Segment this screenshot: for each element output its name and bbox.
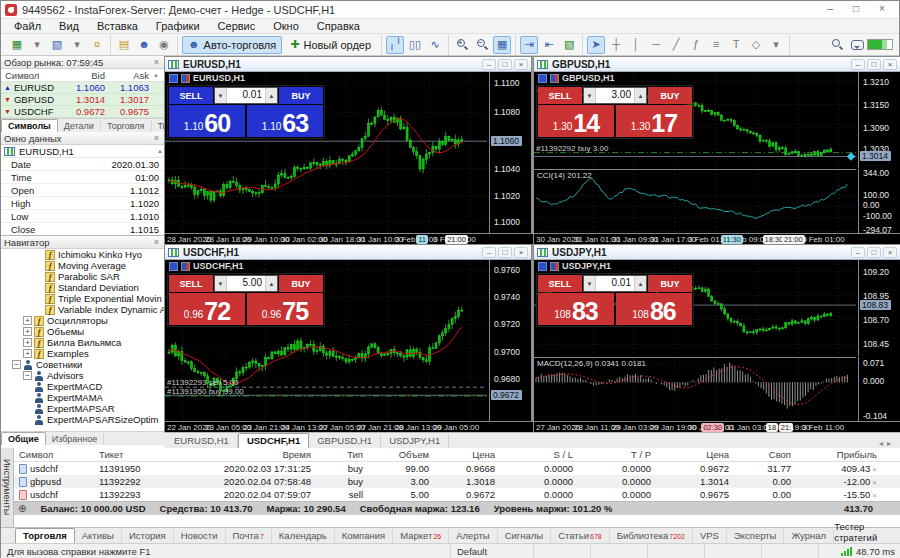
volume-decrease-button[interactable]: ▼ bbox=[215, 88, 227, 103]
sell-price[interactable]: 1.3014 bbox=[538, 105, 614, 137]
tree-item[interactable]: +Объемы bbox=[1, 326, 164, 337]
terminal-tab-календарь[interactable]: Календарь bbox=[272, 529, 335, 543]
menu-item-файл[interactable]: Файл bbox=[5, 19, 50, 34]
maximize-button[interactable]: □ bbox=[867, 59, 881, 70]
tab-Общие[interactable]: Общие bbox=[1, 432, 46, 445]
buy-price[interactable]: 10886 bbox=[616, 293, 692, 325]
cursor-icon[interactable]: ➤ bbox=[587, 36, 605, 54]
close-button[interactable]: × bbox=[869, 2, 895, 17]
sell-button[interactable]: SELL bbox=[538, 87, 582, 104]
trendline-icon[interactable]: ╱ bbox=[667, 36, 685, 54]
column-bid[interactable]: Bid bbox=[65, 70, 109, 81]
text-icon[interactable]: T bbox=[727, 36, 745, 54]
terminal-tab-компания[interactable]: Компания bbox=[335, 529, 393, 543]
tree-item[interactable]: Standard Deviation bbox=[1, 282, 164, 293]
tree-item[interactable]: ExpertMAMA bbox=[1, 392, 164, 403]
column-8[interactable]: Цена bbox=[656, 449, 734, 460]
minimize-button[interactable]: – bbox=[851, 247, 865, 258]
volume-decrease-button[interactable]: ▼ bbox=[215, 276, 227, 291]
trade-row[interactable]: usdchf113919502020.02.03 17:31:25buy99.0… bbox=[14, 462, 900, 475]
terminal-tab-эксперты[interactable]: Эксперты bbox=[727, 529, 785, 543]
column-1[interactable]: Тикет bbox=[94, 449, 178, 460]
tree-item[interactable]: Moving Average bbox=[1, 260, 164, 271]
column-4[interactable]: Объем bbox=[368, 449, 434, 460]
column-5[interactable]: Цена bbox=[434, 449, 500, 460]
zoom-out-icon[interactable]: − bbox=[473, 36, 491, 54]
indicators-icon[interactable]: ▧ bbox=[560, 36, 578, 54]
zoom-in-icon[interactable]: + bbox=[453, 36, 471, 54]
chart-plot[interactable]: USDJPY,H1SELL▼0.01▲BUY1088310886 bbox=[534, 260, 856, 356]
tree-item[interactable]: ExpertMAPSARSizeOptim bbox=[1, 414, 164, 425]
accounts-icon[interactable]: ☻ bbox=[135, 36, 153, 54]
sell-button[interactable]: SELL bbox=[538, 275, 582, 292]
volume-input[interactable]: 3.00 bbox=[596, 88, 634, 103]
auto-scroll-icon[interactable]: ⇤ bbox=[540, 36, 558, 54]
collapse-icon[interactable]: − bbox=[12, 360, 21, 369]
terminal-tab-библиотека[interactable]: Библиотека7202 bbox=[610, 529, 693, 543]
tree-item[interactable]: Parabolic SAR bbox=[1, 271, 164, 282]
chart-window-titlebar[interactable]: USDCHF,H1–□× bbox=[165, 245, 531, 260]
close-icon[interactable]: × bbox=[152, 133, 161, 143]
column-10[interactable]: Прибыль bbox=[796, 449, 882, 460]
volume-input[interactable]: 5.00 bbox=[227, 276, 265, 291]
terminal-tab-vps[interactable]: VPS bbox=[693, 529, 727, 543]
volume-increase-button[interactable]: ▲ bbox=[634, 88, 646, 103]
sell-button[interactable]: SELL bbox=[169, 87, 213, 104]
dropdown-icon[interactable]: ▾ bbox=[28, 36, 46, 54]
menu-item-графики[interactable]: Графики bbox=[147, 19, 209, 34]
fibonacci-icon[interactable]: ƒ bbox=[687, 36, 705, 54]
tree-item[interactable]: ExpertMAPSAR bbox=[1, 403, 164, 414]
close-button[interactable]: × bbox=[514, 247, 528, 258]
tree-item[interactable]: Ichimoku Kinko Hyo bbox=[1, 249, 164, 260]
trade-row[interactable]: gbpusd113922922020.02.04 07:58:48buy3.00… bbox=[14, 475, 900, 488]
close-icon[interactable]: × bbox=[152, 57, 161, 67]
buy-button[interactable]: BUY bbox=[648, 275, 692, 292]
maximize-button[interactable]: □ bbox=[867, 247, 881, 258]
indicator-plot[interactable]: MACD(12,26,9) 0.0341 0.0181 bbox=[534, 357, 856, 421]
buy-price[interactable]: 1.3017 bbox=[616, 105, 692, 137]
trade-row[interactable]: usdchf113922932020.02.04 07:59:07sell5.0… bbox=[14, 488, 900, 501]
market-watch-row[interactable]: ▼USDCHF0.96720.9675 bbox=[1, 106, 164, 118]
chart-window-titlebar[interactable]: USDJPY,H1–□× bbox=[534, 245, 900, 260]
line-chart-icon[interactable]: ∿ bbox=[426, 36, 444, 54]
minimize-button[interactable]: – bbox=[817, 2, 843, 17]
menu-item-сервис[interactable]: Сервис bbox=[209, 19, 265, 34]
volume-increase-button[interactable]: ▲ bbox=[265, 276, 277, 291]
signals-icon[interactable]: ◉ bbox=[155, 36, 173, 54]
volume-input[interactable]: 0.01 bbox=[596, 276, 634, 291]
sell-price[interactable]: 0.9672 bbox=[169, 293, 245, 325]
expand-icon[interactable]: ⊕ bbox=[18, 503, 26, 514]
close-position-icon[interactable]: × bbox=[872, 465, 877, 474]
terminal-tab-новости[interactable]: Новости bbox=[174, 529, 226, 543]
tree-item[interactable]: Variable Index Dynamic A bbox=[1, 304, 164, 315]
chart-tab-gbpusdh1[interactable]: GBPUSD,H1 bbox=[309, 434, 381, 448]
chat-icon[interactable] bbox=[848, 36, 866, 54]
column-3[interactable]: Тип bbox=[316, 449, 368, 460]
column-2[interactable]: Время bbox=[178, 449, 316, 460]
scroll-up-icon[interactable]: ▲ bbox=[157, 148, 163, 154]
symbols-icon[interactable]: ▤ bbox=[115, 36, 133, 54]
profiles-icon[interactable]: ▧ bbox=[48, 36, 66, 54]
menu-item-вставка[interactable]: Вставка bbox=[88, 19, 147, 34]
scroll-up-icon[interactable]: ▲ bbox=[149, 72, 163, 78]
scroll-left-icon[interactable]: ◂ bbox=[879, 439, 887, 448]
maximize-button[interactable]: □ bbox=[498, 247, 512, 258]
menu-item-вид[interactable]: Вид bbox=[50, 19, 88, 34]
column-0[interactable]: Символ bbox=[14, 449, 94, 460]
market-watch-row[interactable]: ▲EURUSD1.10601.1063 bbox=[1, 82, 164, 94]
tree-item[interactable]: −Advisors bbox=[1, 370, 164, 381]
chart-shift-icon[interactable]: ⇥ bbox=[520, 36, 538, 54]
search-icon[interactable] bbox=[828, 36, 846, 54]
terminal-tab-сигналы[interactable]: Сигналы bbox=[498, 529, 552, 543]
close-position-icon[interactable]: × bbox=[872, 478, 877, 487]
buy-button[interactable]: BUY bbox=[279, 87, 323, 104]
maximize-button[interactable]: □ bbox=[498, 59, 512, 70]
terminal-tab-маркет[interactable]: Маркет26 bbox=[393, 529, 449, 543]
chart-plot[interactable]: GBPUSD,H1#11392292 buy 3.00SELL▼3.00▲BUY… bbox=[534, 72, 856, 168]
volume-input[interactable]: 0.01 bbox=[227, 88, 265, 103]
minimize-button[interactable]: – bbox=[482, 59, 496, 70]
expand-icon[interactable]: + bbox=[23, 338, 32, 347]
new-chart-icon[interactable]: ▦ bbox=[8, 36, 26, 54]
buy-price[interactable]: 1.1063 bbox=[247, 105, 323, 137]
new-order-button[interactable]: ✚Новый ордер bbox=[284, 36, 377, 54]
